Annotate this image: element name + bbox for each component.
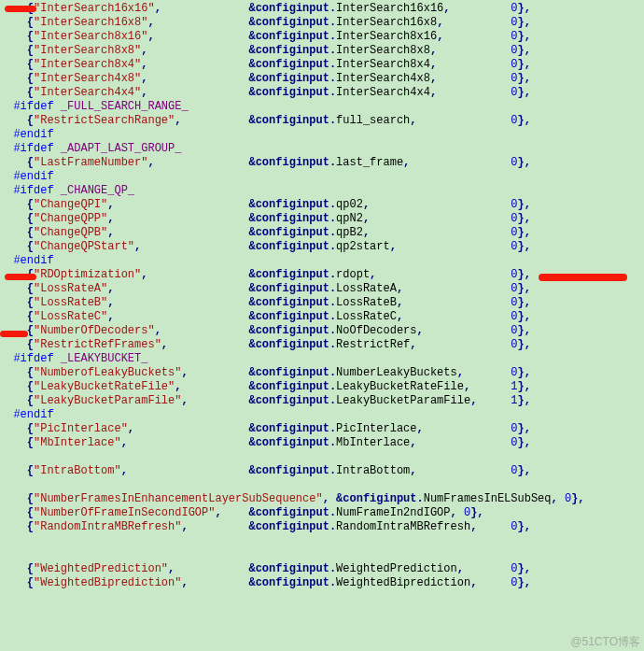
code-line: #ifdef _LEAKYBUCKET_ (0, 352, 644, 366)
code-line: {"WeightedPrediction", &configinput.Weig… (0, 562, 644, 576)
code-block: {"InterSearch16x16", &configinput.InterS… (0, 0, 644, 590)
code-line: {"RandomIntraMBRefresh", &configinput.Ra… (0, 520, 644, 534)
code-line: {"InterSearch4x4", &configinput.InterSea… (0, 86, 644, 100)
code-line: {"LeakyBucketParamFile", &configinput.Le… (0, 394, 644, 408)
code-line: {"InterSearch16x16", &configinput.InterS… (0, 2, 644, 16)
code-line: {"InterSearch8x16", &configinput.InterSe… (0, 30, 644, 44)
code-line: #ifdef _FULL_SEARCH_RANGE_ (0, 100, 644, 114)
code-line: {"ChangeQPP", &configinput.qpN2, 0}, (0, 212, 644, 226)
code-line: {"LossRateC", &configinput.LossRateC, 0}… (0, 310, 644, 324)
code-line: {"PicInterlace", &configinput.PicInterla… (0, 422, 644, 436)
code-line: #ifdef _CHANGE_QP_ (0, 184, 644, 198)
code-line: {"InterSearch16x8", &configinput.InterSe… (0, 16, 644, 30)
code-line: {"IntraBottom", &configinput.IntraBottom… (0, 464, 644, 478)
code-line: {"LeakyBucketRateFile", &configinput.Lea… (0, 380, 644, 394)
code-line: {"InterSearch4x8", &configinput.InterSea… (0, 72, 644, 86)
code-line (0, 478, 644, 492)
code-line (0, 534, 644, 548)
code-line: {"LastFrameNumber", &configinput.last_fr… (0, 156, 644, 170)
code-line: {"InterSearch8x8", &configinput.InterSea… (0, 44, 644, 58)
code-line: #ifdef _ADAPT_LAST_GROUP_ (0, 142, 644, 156)
code-line: {"NumberFramesInEnhancementLayerSubSeque… (0, 492, 644, 506)
code-line: #endif (0, 254, 644, 268)
code-line: {"RestrictRefFrames", &configinput.Restr… (0, 338, 644, 352)
code-line: #endif (0, 170, 644, 184)
code-line (0, 548, 644, 562)
code-line: {"InterSearch8x4", &configinput.InterSea… (0, 58, 644, 72)
code-line: {"ChangeQPB", &configinput.qpB2, 0}, (0, 226, 644, 240)
code-line: {"LossRateB", &configinput.LossRateB, 0}… (0, 296, 644, 310)
annotation-mark (5, 6, 36, 12)
code-line: {"NumberOfFrameInSecondIGOP", &configinp… (0, 506, 644, 520)
code-line: {"ChangeQPStart", &configinput.qp2start,… (0, 240, 644, 254)
code-line: #endif (0, 128, 644, 142)
annotation-mark (0, 331, 28, 337)
code-line: {"MbInterlace", &configinput.MbInterlace… (0, 436, 644, 450)
code-line: {"RestrictSearchRange", &configinput.ful… (0, 114, 644, 128)
code-line: {"ChangeQPI", &configinput.qp02, 0}, (0, 198, 644, 212)
code-line (0, 450, 644, 464)
watermark: @51CTO博客 (570, 635, 640, 649)
code-line: #endif (0, 408, 644, 422)
code-line: {"NumberOfDecoders", &configinput.NoOfDe… (0, 324, 644, 338)
code-line: {"NumberofLeakyBuckets", &configinput.Nu… (0, 366, 644, 380)
code-line: {"LossRateA", &configinput.LossRateA, 0}… (0, 282, 644, 296)
annotation-mark (5, 274, 36, 280)
code-line: {"WeightedBiprediction", &configinput.We… (0, 576, 644, 590)
annotation-mark (539, 274, 627, 281)
